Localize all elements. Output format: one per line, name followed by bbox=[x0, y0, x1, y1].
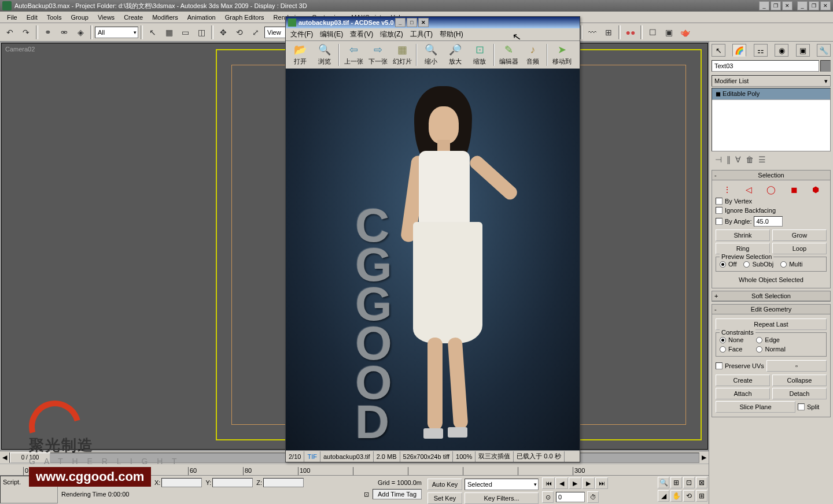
polygon-icon[interactable]: ◼ bbox=[791, 185, 798, 194]
restore-btn[interactable]: ❐ bbox=[771, 1, 781, 10]
constr-none-radio[interactable] bbox=[720, 337, 726, 343]
close-btn-inner[interactable]: ✕ bbox=[820, 1, 831, 10]
shrink-btn[interactable]: Shrink bbox=[716, 229, 770, 241]
acd-close-btn[interactable]: ✕ bbox=[418, 18, 429, 27]
split-chk[interactable] bbox=[798, 403, 805, 410]
vertex-icon[interactable]: ⋮ bbox=[723, 185, 731, 194]
acd-slide-btn[interactable]: ▦幻灯片 bbox=[390, 42, 414, 68]
by-angle-chk[interactable] bbox=[716, 218, 723, 225]
curve-editor-btn[interactable]: 〰 bbox=[585, 25, 600, 40]
pan-btn[interactable]: ✋ bbox=[670, 490, 682, 502]
key-mode-btn[interactable]: ⊙ bbox=[542, 491, 554, 503]
select-name-btn[interactable]: ▦ bbox=[161, 25, 176, 40]
set-key-btn[interactable]: Set Key bbox=[427, 492, 462, 504]
by-vertex-chk[interactable] bbox=[716, 198, 723, 205]
menu-grapheditors[interactable]: Graph Editors bbox=[220, 13, 269, 22]
acd-menu-edit[interactable]: 编辑(E) bbox=[316, 28, 347, 40]
window-crossing-btn[interactable]: ◫ bbox=[194, 25, 209, 40]
move-btn[interactable]: ✥ bbox=[216, 25, 231, 40]
remove-mod-icon[interactable]: 🗑 bbox=[746, 155, 754, 164]
fov-btn[interactable]: ◢ bbox=[658, 490, 669, 502]
acd-menu-file[interactable]: 文件(F) bbox=[287, 28, 316, 40]
current-frame-input[interactable] bbox=[556, 492, 585, 502]
render-setup-btn[interactable]: ☐ bbox=[645, 25, 660, 40]
menu-animation[interactable]: Animation bbox=[183, 13, 220, 22]
menu-create[interactable]: Create bbox=[119, 13, 148, 22]
minimize-btn-inner[interactable]: _ bbox=[797, 1, 808, 10]
repeat-last-btn[interactable]: Repeat Last bbox=[716, 318, 827, 330]
acd-min-btn[interactable]: _ bbox=[395, 18, 406, 27]
zoom-ext-all-btn[interactable]: ⊠ bbox=[696, 477, 707, 488]
attach-btn[interactable]: Attach bbox=[716, 388, 770, 399]
menu-views[interactable]: Views bbox=[93, 13, 119, 22]
maximize-btn[interactable]: ⊞ bbox=[696, 490, 707, 502]
border-icon[interactable]: ◯ bbox=[766, 185, 776, 194]
coord-z[interactable] bbox=[263, 478, 304, 487]
modifier-list-dropdown[interactable]: Modifier List bbox=[712, 75, 831, 87]
acd-max-btn[interactable]: □ bbox=[407, 18, 417, 27]
menu-modifiers[interactable]: Modifiers bbox=[148, 13, 183, 22]
menu-file[interactable]: File bbox=[2, 13, 22, 22]
goto-start-btn[interactable]: ⏮ bbox=[542, 477, 555, 489]
scale-btn[interactable]: ⤢ bbox=[248, 25, 263, 40]
acd-menu-help[interactable]: 帮助(H) bbox=[436, 28, 467, 40]
undo-btn[interactable]: ↶ bbox=[2, 25, 17, 40]
menu-tools[interactable]: Tools bbox=[42, 13, 67, 22]
schematic-btn[interactable]: ⊞ bbox=[601, 25, 616, 40]
object-name-field[interactable] bbox=[712, 60, 819, 72]
tab-modify[interactable]: 🌈 bbox=[732, 44, 746, 57]
play-btn[interactable]: ▶ bbox=[569, 477, 581, 489]
collapse-btn[interactable]: Collapse bbox=[772, 375, 827, 386]
create-btn[interactable]: Create bbox=[716, 375, 770, 386]
select-rect-btn[interactable]: ▭ bbox=[178, 25, 193, 40]
material-btn[interactable]: ●● bbox=[623, 25, 638, 40]
configure-icon[interactable]: ☰ bbox=[758, 155, 766, 164]
select-btn[interactable]: ↖ bbox=[145, 25, 160, 40]
timeline-next[interactable]: ▶ bbox=[702, 454, 706, 461]
coord-y[interactable] bbox=[212, 478, 253, 487]
menu-edit[interactable]: Edit bbox=[22, 13, 42, 22]
acdsee-image-view[interactable]: C G G O O D bbox=[286, 69, 580, 450]
preserve-uv-chk[interactable] bbox=[716, 362, 723, 369]
ignore-bf-chk[interactable] bbox=[716, 207, 723, 214]
acd-open-btn[interactable]: 📂打开 bbox=[288, 42, 312, 68]
loop-btn[interactable]: Loop bbox=[772, 243, 827, 254]
unlink-btn[interactable]: ⚮ bbox=[57, 25, 72, 40]
constr-face-radio[interactable] bbox=[720, 346, 726, 353]
rollout-softsel-hdr[interactable]: +Soft Selection bbox=[712, 291, 830, 301]
preserve-uv-settings[interactable]: ▫ bbox=[766, 360, 827, 372]
orbit-btn[interactable]: ⟲ bbox=[683, 490, 695, 502]
acd-browse-btn[interactable]: 🔍浏览 bbox=[312, 42, 337, 68]
acd-menu-tools[interactable]: 工具(T) bbox=[407, 28, 436, 40]
prev-frame-btn[interactable]: ◀ bbox=[555, 477, 568, 489]
add-time-tag[interactable]: Add Time Tag bbox=[373, 489, 422, 499]
detach-btn[interactable]: Detach bbox=[772, 388, 827, 399]
zoom-all-btn[interactable]: ⊞ bbox=[670, 477, 682, 488]
next-frame-btn[interactable]: ▶ bbox=[582, 477, 595, 489]
slice-plane-btn[interactable]: Slice Plane bbox=[716, 401, 795, 413]
quick-render-btn[interactable]: 🫖 bbox=[677, 25, 692, 40]
render-frame-btn[interactable]: ▣ bbox=[661, 25, 676, 40]
object-color-swatch[interactable] bbox=[820, 60, 831, 72]
restore-btn-inner[interactable]: ❐ bbox=[809, 1, 819, 10]
constr-edge-radio[interactable] bbox=[756, 337, 762, 343]
ring-btn[interactable]: Ring bbox=[716, 243, 770, 254]
tab-utilities[interactable]: 🔧 bbox=[817, 44, 831, 57]
close-btn[interactable]: ✕ bbox=[782, 1, 793, 10]
acdsee-titlebar[interactable]: autobackup03.tif - ACDSee v5.0 _ □ ✕ bbox=[286, 17, 580, 28]
tab-motion[interactable]: ◉ bbox=[775, 44, 788, 57]
rotate-btn[interactable]: ⟲ bbox=[232, 25, 247, 40]
zoom-btn[interactable]: 🔍 bbox=[658, 477, 669, 488]
bind-btn[interactable]: ◈ bbox=[73, 25, 88, 40]
angle-spinner[interactable] bbox=[754, 216, 783, 227]
key-filters-btn[interactable]: Key Filters... bbox=[465, 492, 539, 504]
acd-prev-btn[interactable]: ⇦上一张 bbox=[341, 42, 366, 68]
acd-editor-btn[interactable]: ✎编辑器 bbox=[496, 42, 521, 68]
make-unique-icon[interactable]: ∀ bbox=[735, 155, 741, 164]
goto-end-btn[interactable]: ⏭ bbox=[595, 477, 608, 489]
acd-menu-zoom[interactable]: 缩放(Z) bbox=[377, 28, 406, 40]
auto-key-btn[interactable]: Auto Key bbox=[427, 479, 462, 490]
edge-icon[interactable]: ◁ bbox=[746, 185, 752, 194]
key-selected-dropdown[interactable]: Selected bbox=[465, 479, 539, 490]
menu-group[interactable]: Group bbox=[66, 13, 93, 22]
